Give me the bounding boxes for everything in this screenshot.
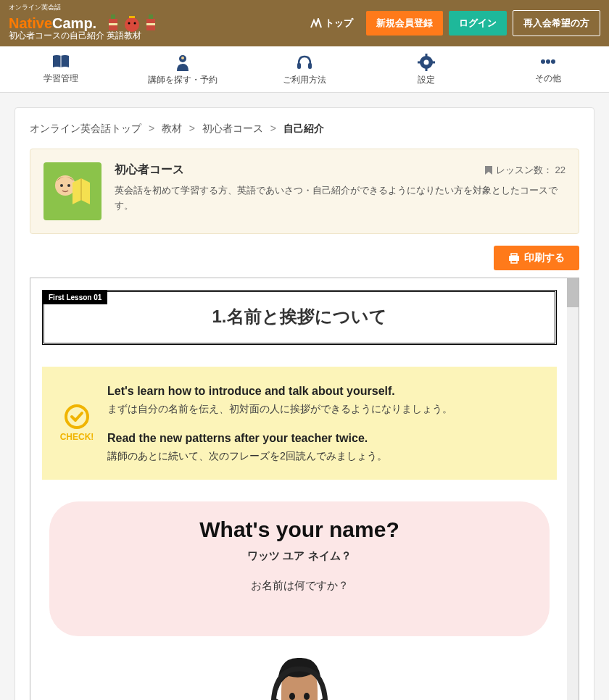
svg-rect-14 <box>308 63 312 69</box>
print-button[interactable]: 印刷する <box>494 246 579 270</box>
content-card: オンライン英会話トップ > 教材 > 初心者コース > 自己紹介 <box>14 107 594 700</box>
dots-icon <box>539 54 558 70</box>
main-nav: 学習管理 講師を探す・予約 ご利用方法 設定 その他 <box>0 46 609 93</box>
top-header: オンライン英会話 NativeCamp. 初心者コースの自己紹介 英語教材 トッ… <box>0 0 609 46</box>
svg-rect-17 <box>426 54 428 57</box>
register-button[interactable]: 新規会員登録 <box>366 11 443 36</box>
svg-point-36 <box>304 693 310 700</box>
print-icon <box>508 253 520 264</box>
top-link[interactable]: トップ <box>310 17 353 30</box>
check-left: CHECK! <box>55 381 99 465</box>
svg-rect-18 <box>426 68 428 71</box>
bubble-japanese: お名前は何ですか？ <box>64 579 535 593</box>
course-description: 英会話を初めて学習する方、英語であいさつ・自己紹介ができるようになりたい方を対象… <box>115 183 566 214</box>
nav-settings[interactable]: 設定 <box>365 46 487 92</box>
nav-usage[interactable]: ご利用方法 <box>244 46 365 92</box>
svg-point-24 <box>55 175 75 196</box>
course-thumbnail <box>44 162 102 220</box>
svg-point-6 <box>134 22 136 25</box>
scrollbar[interactable] <box>567 278 579 700</box>
lesson-badge: First Lesson 01 <box>43 291 107 304</box>
svg-point-5 <box>128 22 130 25</box>
lesson-title: 1.名前と挨拶について <box>51 305 547 328</box>
svg-rect-30 <box>511 259 517 263</box>
svg-rect-7 <box>149 14 153 19</box>
bubble-question: What's your name? <box>64 517 535 542</box>
svg-rect-29 <box>509 256 519 261</box>
nav-find-teacher[interactable]: 講師を探す・予約 <box>122 46 244 92</box>
svg-point-25 <box>60 184 63 187</box>
rejoin-button[interactable]: 再入会希望の方 <box>513 10 600 36</box>
svg-rect-13 <box>297 63 301 69</box>
speech-bubble: What's your name? ワッツ ユア ネイム？ お名前は何ですか？ <box>49 501 550 636</box>
check-text: Let's learn how to introduce and talk ab… <box>107 381 544 465</box>
svg-rect-28 <box>511 254 517 256</box>
scrollbar-thumb[interactable] <box>567 278 579 307</box>
teacher-icon <box>173 54 192 71</box>
check-circle-icon <box>65 404 89 429</box>
check-label: CHECK! <box>60 432 94 442</box>
bookmark-icon <box>484 165 493 175</box>
top-icon <box>310 18 322 28</box>
bubble-katakana: ワッツ ユア ネイム？ <box>64 549 535 563</box>
breadcrumb-current: 自己紹介 <box>283 122 324 134</box>
lesson-content: First Lesson 01 1.名前と挨拶について CHECK! Let's… <box>30 278 579 700</box>
nav-study-management[interactable]: 学習管理 <box>0 46 122 92</box>
svg-rect-20 <box>432 62 435 64</box>
teacher-image <box>42 651 557 700</box>
lesson-title-box: First Lesson 01 1.名前と挨拶について <box>42 290 557 345</box>
main-area: オンライン英会話トップ > 教材 > 初心者コース > 自己紹介 <box>0 93 609 700</box>
breadcrumb: オンライン英会話トップ > 教材 > 初心者コース > 自己紹介 <box>30 122 579 136</box>
nav-other[interactable]: その他 <box>487 46 609 92</box>
logo-tagline: オンライン英会話 <box>9 3 61 12</box>
svg-rect-4 <box>129 16 135 18</box>
svg-rect-2 <box>109 23 117 25</box>
course-info-box: 初心者コース レッスン数： 22 英会話を初めて学習する方、英語であいさつ・自己… <box>30 149 579 234</box>
svg-point-26 <box>67 184 70 187</box>
breadcrumb-link[interactable]: 教材 <box>162 122 182 134</box>
svg-point-23 <box>551 59 555 64</box>
breadcrumb-link[interactable]: オンライン英会話トップ <box>30 122 141 134</box>
header-buttons: トップ 新規会員登録 ログイン 再入会希望の方 <box>310 10 600 36</box>
book-icon <box>51 54 70 70</box>
course-info: 初心者コース レッスン数： 22 英会話を初めて学習する方、英語であいさつ・自己… <box>115 162 566 214</box>
check-box: CHECK! Let's learn how to introduce and … <box>42 367 557 480</box>
lesson-count: レッスン数： 22 <box>484 164 566 177</box>
svg-rect-0 <box>111 14 115 19</box>
svg-point-16 <box>424 60 429 65</box>
login-button[interactable]: ログイン <box>449 11 507 36</box>
svg-rect-9 <box>146 23 155 25</box>
lesson-viewer: First Lesson 01 1.名前と挨拶について CHECK! Let's… <box>30 278 579 700</box>
svg-rect-19 <box>418 62 420 64</box>
svg-point-12 <box>181 57 184 59</box>
page-subtitle: 初心者コースの自己紹介 英語教材 <box>9 30 141 42</box>
course-title: 初心者コース <box>115 162 184 178</box>
svg-point-35 <box>289 693 295 700</box>
gear-icon <box>418 54 435 71</box>
svg-point-22 <box>546 59 550 64</box>
headset-icon <box>295 54 314 71</box>
breadcrumb-link[interactable]: 初心者コース <box>202 122 263 134</box>
svg-point-21 <box>541 59 545 64</box>
